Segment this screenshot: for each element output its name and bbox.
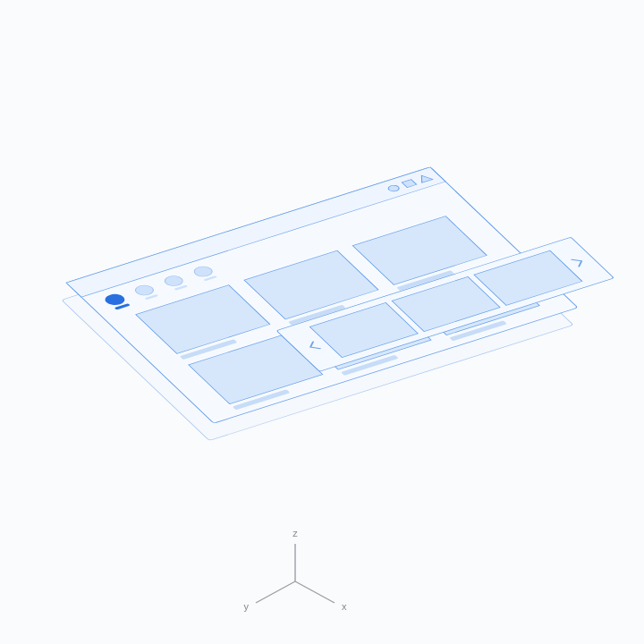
axis-label-z: z: [292, 528, 298, 538]
axis-label-y: y: [244, 601, 250, 612]
axis-gizmo: z x y: [244, 528, 348, 612]
svg-line-31: [256, 581, 295, 603]
iso-stage: [49, 151, 640, 441]
axis-label-x: x: [342, 601, 347, 612]
svg-line-30: [295, 581, 335, 603]
